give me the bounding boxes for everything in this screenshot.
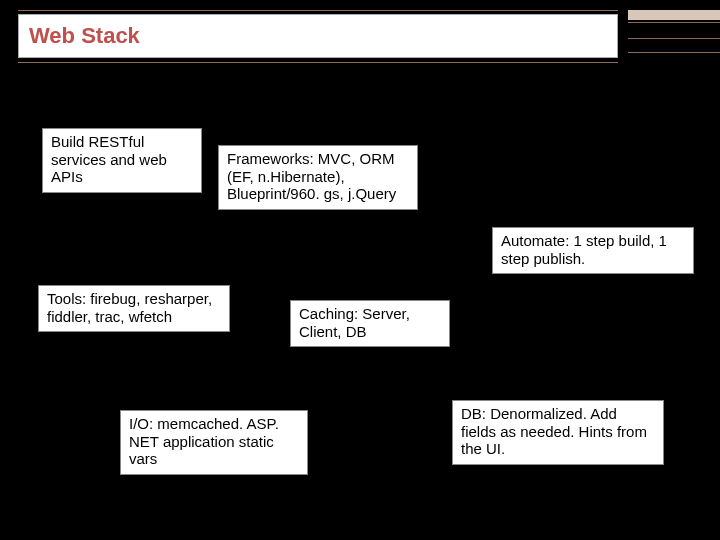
box-restful: Build RESTful services and web APIs <box>42 128 202 193</box>
title-bar: Web Stack <box>18 14 618 58</box>
box-db: DB: Denormalized. Add fields as needed. … <box>452 400 664 465</box>
box-automate: Automate: 1 step build, 1 step publish. <box>492 227 694 274</box>
box-frameworks: Frameworks: MVC, ORM (EF, n.Hibernate), … <box>218 145 418 210</box>
decoration <box>628 10 720 20</box>
box-tools: Tools: firebug, resharper, fiddler, trac… <box>38 285 230 332</box>
box-caching: Caching: Server, Client, DB <box>290 300 450 347</box>
page-title: Web Stack <box>29 23 140 49</box>
box-io: I/O: memcached. ASP. NET application sta… <box>120 410 308 475</box>
